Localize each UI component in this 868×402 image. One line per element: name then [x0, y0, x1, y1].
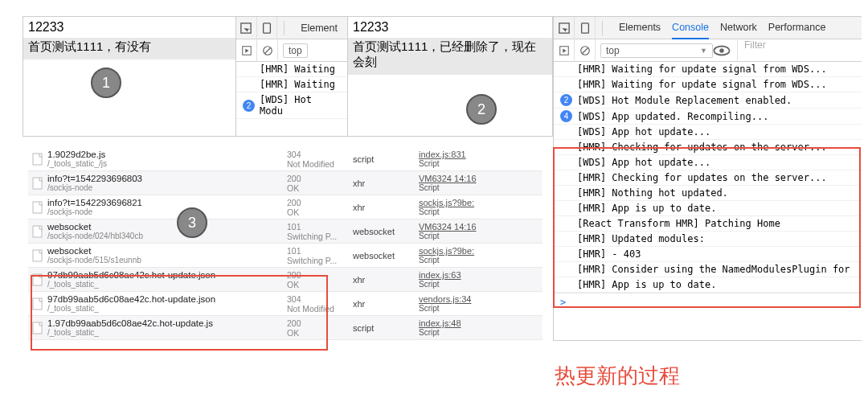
log-line: [HMR] Waiting — [236, 62, 347, 77]
clear-icon[interactable] — [575, 39, 596, 62]
svg-line-4 — [264, 47, 270, 53]
device-toggle-icon[interactable] — [257, 17, 278, 39]
log-line: [HMR] Waiting — [236, 77, 347, 92]
annotation-badge-3: 3 — [177, 207, 207, 238]
play-icon[interactable] — [236, 39, 257, 62]
log-line: 2[WDS] Hot Modu — [236, 92, 347, 119]
play-icon[interactable] — [554, 39, 575, 62]
device-toggle-icon[interactable] — [575, 17, 596, 39]
log-line: [HMR] Waiting for update signal from WDS… — [554, 62, 862, 77]
svg-line-9 — [582, 47, 588, 53]
svg-rect-14 — [33, 202, 42, 213]
svg-point-11 — [719, 48, 724, 53]
caption-text: 热更新的过程 — [555, 362, 680, 390]
svg-rect-6 — [581, 23, 588, 32]
file-icon — [31, 249, 44, 262]
svg-rect-15 — [33, 226, 42, 237]
context-select-1[interactable]: top — [283, 43, 308, 58]
file-icon — [31, 153, 44, 166]
tab-performance[interactable]: Performance — [768, 17, 826, 39]
log-line: [WDS] App hot update... — [554, 125, 862, 140]
network-row[interactable]: websocket/sockjs-node/024/hbl340cb101Swi… — [28, 219, 542, 244]
inspect-icon[interactable] — [236, 17, 257, 39]
tab-network[interactable]: Network — [720, 17, 757, 39]
clear-icon[interactable] — [257, 39, 278, 62]
browser-pane-2: 12233 首页测试1111，已经删除了，现在会刻 — [347, 16, 553, 137]
log-line: 4[WDS] App updated. Recompiling... — [554, 109, 862, 125]
annotation-badge-2: 2 — [466, 94, 497, 125]
network-row[interactable]: info?t=1542293696821/sockjs-node200OKxhr… — [28, 195, 542, 219]
page-subtitle-2: 首页测试1111，已经删除了，现在会刻 — [348, 38, 552, 75]
console-ctrlbar-2: top▼ Filter — [554, 39, 862, 62]
context-select-2[interactable]: top▼ — [600, 43, 713, 58]
log-line: 2[WDS] Hot Module Replacement enabled. — [554, 92, 862, 109]
svg-rect-5 — [559, 23, 568, 32]
tab-elements[interactable]: Elements — [619, 17, 661, 39]
file-icon — [31, 225, 44, 238]
network-row[interactable]: 1.9029d2be.js/_tools_static_/js304Not Mo… — [28, 147, 542, 171]
highlight-box-logs — [553, 147, 861, 308]
tab-elements-1[interactable]: Element — [301, 18, 338, 39]
network-row[interactable]: info?t=1542293696803/sockjs-node200OKxhr… — [28, 171, 542, 195]
svg-rect-13 — [33, 178, 42, 189]
svg-rect-16 — [33, 250, 42, 261]
svg-rect-12 — [33, 154, 42, 165]
svg-rect-0 — [241, 23, 251, 32]
devtools-tabbar-1: Element — [236, 17, 347, 39]
console-ctrlbar-1: top — [236, 39, 347, 62]
file-icon — [31, 201, 44, 214]
live-expr-icon[interactable] — [713, 42, 731, 59]
annotation-badge-1: 1 — [91, 68, 121, 98]
devtools-tabbar-2: Elements Console Network Performance — [554, 17, 862, 39]
chevron-down-icon: ▼ — [700, 47, 707, 55]
devtools-pane-1: Element top [HMR] Waiting [HMR] Waiting … — [235, 16, 348, 137]
network-row[interactable]: websocket/sockjs-node/515/s1eunnb101Swit… — [28, 244, 542, 268]
tab-console[interactable]: Console — [672, 17, 709, 39]
inspect-icon[interactable] — [554, 17, 575, 39]
filter-input[interactable]: Filter — [737, 39, 766, 62]
page-title-2: 12233 — [348, 17, 552, 38]
console-logs-1: [HMR] Waiting [HMR] Waiting 2[WDS] Hot M… — [236, 62, 347, 119]
log-line: [HMR] Waiting for update signal from WDS… — [554, 77, 862, 92]
svg-rect-1 — [263, 23, 270, 32]
file-icon — [31, 177, 44, 190]
highlight-box-network — [31, 275, 328, 351]
